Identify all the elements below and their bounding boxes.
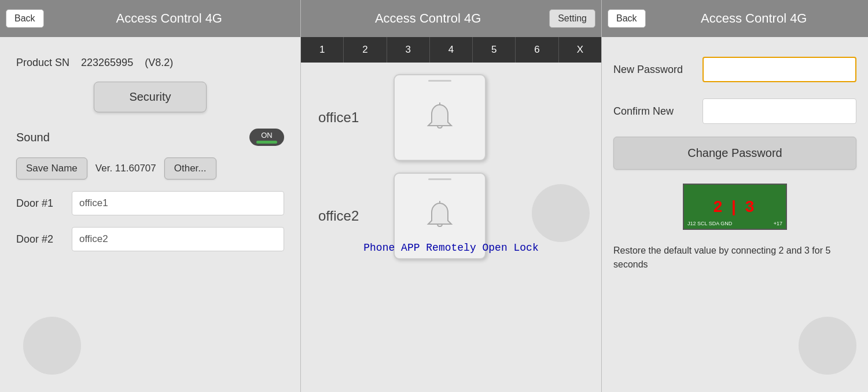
panel-1: Back Access Control 4G Product SN 223265…	[0, 0, 301, 392]
board-image: 2 | 3 J12 SCL SDA GND +17	[683, 184, 787, 230]
panel-3-header: Back Access Control 4G	[602, 0, 868, 37]
door1-input[interactable]	[72, 191, 284, 215]
save-row: Save Name Ver. 11.60707 Other...	[12, 152, 289, 185]
panel-2-title: Access Control 4G	[307, 11, 549, 26]
board-label-right: +17	[774, 221, 782, 226]
tab-6[interactable]: 6	[516, 37, 558, 63]
watermark-1	[23, 317, 81, 375]
board-container: 2 | 3 J12 SCL SDA GND +17	[613, 178, 856, 236]
confirm-new-input[interactable]	[703, 98, 856, 124]
tab-bar: 1 2 3 4 5 6 X	[301, 37, 601, 63]
product-version: (V8.2)	[145, 57, 173, 69]
toggle-bar	[256, 141, 277, 144]
restore-text: Restore the default value by connecting …	[613, 239, 856, 276]
panel-2-header: Access Control 4G Setting	[301, 0, 601, 37]
panel-3: Back Access Control 4G New Password Conf…	[602, 0, 868, 392]
tab-4[interactable]: 4	[430, 37, 473, 63]
door1-label: Door #1	[16, 197, 62, 210]
watermark-3	[799, 317, 856, 375]
sound-label: Sound	[16, 131, 249, 144]
door2-input[interactable]	[72, 227, 284, 251]
security-button[interactable]: Security	[94, 82, 206, 112]
confirm-new-label: Confirm New	[613, 105, 694, 118]
panel-1-body: Product SN 223265995 (V8.2) Security Sou…	[0, 37, 300, 269]
watermark-2	[532, 184, 590, 242]
door1-row: Door #1	[12, 185, 289, 221]
phone-app-text: Phone APP Remotely Open Lock	[301, 242, 601, 254]
door2-label: Door #2	[16, 233, 62, 246]
door1-name: office1	[318, 109, 376, 126]
product-sn-value: 223265995	[81, 57, 133, 69]
door2-name: office2	[318, 208, 376, 224]
panel-2-body: office1 office2	[301, 63, 601, 271]
change-password-button[interactable]: Change Password	[613, 137, 856, 170]
panel-2: Access Control 4G Setting 1 2 3 4 5 6 X …	[301, 0, 602, 392]
panel-3-back-button[interactable]: Back	[608, 9, 646, 28]
door1-entry: office1	[318, 74, 584, 161]
panel-3-body: New Password Confirm New Change Password…	[602, 37, 868, 288]
security-btn-row: Security	[12, 77, 289, 123]
new-password-label: New Password	[613, 64, 694, 76]
board-numbers: 2 | 3	[713, 197, 757, 216]
new-password-row: New Password	[613, 49, 856, 90]
panel-1-title: Access Control 4G	[44, 11, 295, 26]
panel-1-back-button[interactable]: Back	[6, 9, 44, 28]
tab-2[interactable]: 2	[344, 37, 387, 63]
bell-panel-1[interactable]	[393, 74, 486, 161]
panel-1-header: Back Access Control 4G	[0, 0, 300, 37]
product-sn-row: Product SN 223265995 (V8.2)	[12, 49, 289, 77]
other-button[interactable]: Other...	[164, 157, 216, 179]
tab-3[interactable]: 3	[387, 37, 430, 63]
version-text: Ver. 11.60707	[95, 163, 156, 174]
new-password-input[interactable]	[703, 57, 856, 82]
door2-row: Door #2	[12, 221, 289, 257]
tab-x[interactable]: X	[559, 37, 601, 63]
sound-row: Sound ON	[12, 123, 289, 152]
confirm-new-row: Confirm New	[613, 90, 856, 132]
toggle-label: ON	[261, 131, 273, 140]
save-name-button[interactable]: Save Name	[16, 157, 87, 179]
sound-toggle[interactable]: ON	[249, 129, 284, 146]
tab-1[interactable]: 1	[301, 37, 344, 63]
setting-button[interactable]: Setting	[549, 9, 595, 28]
panel-3-title: Access Control 4G	[646, 11, 862, 26]
bell-icon-1	[422, 100, 457, 135]
tab-5[interactable]: 5	[473, 37, 516, 63]
product-sn-label: Product SN	[16, 57, 69, 69]
bell-icon-2	[422, 199, 457, 233]
board-label-left: J12 SCL SDA GND	[687, 221, 732, 226]
